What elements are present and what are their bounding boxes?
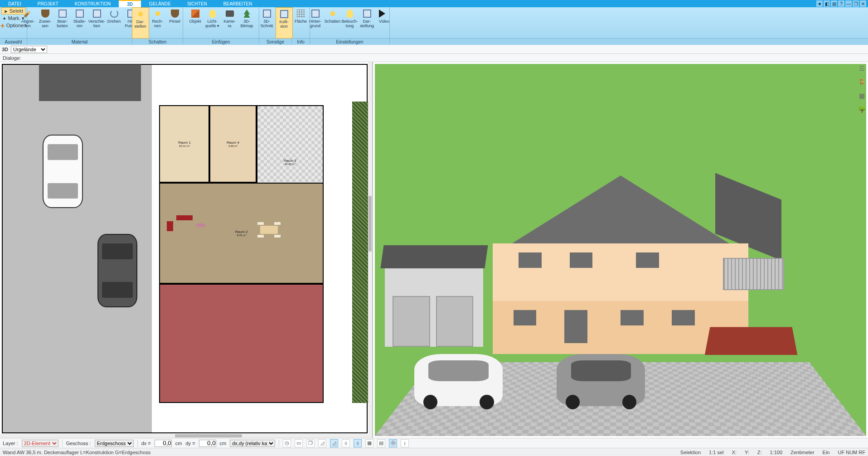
car-white-2d xyxy=(43,135,82,208)
darstellung-label: Dar- xyxy=(363,19,371,24)
sofa-icon xyxy=(176,215,193,220)
ribbon-btn-hintergrund[interactable]: Hinter-grund xyxy=(307,7,324,39)
status-snap: Ein xyxy=(823,450,830,455)
pinsel-label: Pinsel xyxy=(169,19,180,24)
room-2: Raum 2 8,45 m² xyxy=(159,183,323,284)
tool-snap4-icon[interactable]: ◊ xyxy=(354,439,362,447)
garage-2d xyxy=(39,64,141,101)
menu-tab-projekt[interactable]: PROJEKT xyxy=(29,0,67,7)
ribbon-btn-kamera[interactable]: Kame-ra xyxy=(221,7,238,39)
ribbon-btn-skalieren[interactable]: Skalie-ren xyxy=(71,7,88,39)
ribbon-btn-lichtquelle[interactable]: Licht-quelle ▾ xyxy=(204,7,221,39)
tool-snap1-icon[interactable]: ◿ xyxy=(318,439,326,447)
ribbon-btn-schatten[interactable]: Schatten xyxy=(324,7,341,39)
vertical-scrollbar[interactable] xyxy=(368,62,372,434)
chair-icon[interactable]: 🪑 xyxy=(857,78,866,87)
menu-tab-3d[interactable]: 3D xyxy=(119,0,141,7)
schatten-icon xyxy=(329,10,337,18)
tool-snap2-icon[interactable]: ◿ xyxy=(330,439,338,447)
ribbon-btn-rechnen[interactable]: Rech-nen xyxy=(149,7,166,39)
car-grey-2d xyxy=(97,234,137,307)
coord-mode-select[interactable]: dx,dy (relativ ka xyxy=(230,440,275,447)
kollision-icon xyxy=(280,10,288,18)
ribbon-btn-beleuchtung[interactable]: Beleuch-tung xyxy=(341,7,359,39)
ribbon-btn-video[interactable]: Video xyxy=(376,7,393,39)
help-file-icon[interactable]: ▤ xyxy=(831,0,837,7)
ribbon-btn-3d-bitmap[interactable]: 3D-Bitmap xyxy=(238,7,256,39)
skalieren-icon xyxy=(76,10,84,18)
kollision-label: Kolli- xyxy=(279,19,288,24)
ribbon-btn-drehen[interactable]: Drehen xyxy=(106,7,123,39)
window-restore-icon[interactable]: ❐ xyxy=(853,0,859,7)
dy-label: dy = xyxy=(185,441,195,446)
status-ratio: 1:1 sel xyxy=(709,450,723,455)
ribbon-btn-pinsel[interactable]: Pinsel xyxy=(166,7,184,39)
ribbon-group-label-sonstige: Sonstige xyxy=(259,39,292,45)
ribbon-btn-kollision[interactable]: Kolli-sion xyxy=(276,7,293,39)
layers-icon[interactable]: ☰ xyxy=(857,64,866,73)
schatten-label: Schatten xyxy=(325,19,341,24)
kamera-label: Kame- xyxy=(223,19,236,24)
layer-dropdown[interactable]: Urgelände xyxy=(11,46,47,53)
sofa2-icon xyxy=(167,221,173,231)
dialog-label: Dialoge: xyxy=(3,55,21,61)
ribbon-group-label-schatten: Schatten xyxy=(132,39,183,45)
status-bar: Wand AW 36,5 m. Deckenauflager L=Konstru… xyxy=(0,448,868,456)
ribbon-group-label-einfügen: Einfügen xyxy=(183,39,259,45)
dining-set-icon xyxy=(254,223,283,237)
window-minimize-icon[interactable]: — xyxy=(845,0,852,7)
pinsel-icon xyxy=(171,10,179,18)
menu-tab-gelände[interactable]: GELÄNDE xyxy=(141,0,179,7)
lichtquelle-label: Licht- xyxy=(207,19,217,24)
rug-icon xyxy=(196,223,205,228)
ribbon-btn-verschieben[interactable]: Verschie-ben xyxy=(88,7,106,39)
menu-tab-bearbeiten[interactable]: BEARBEITEN xyxy=(215,0,260,7)
ribbon-btn-3d-schnitt[interactable]: 3D-Schnitt xyxy=(258,7,276,39)
window-close-icon[interactable]: ✕ xyxy=(860,0,866,7)
terrace-3d xyxy=(705,327,797,354)
horizontal-scrollbar[interactable] xyxy=(0,434,372,438)
status-z: Z: xyxy=(757,450,762,455)
3d-viewport[interactable]: ☰ 🪑 ▦ 🌳 xyxy=(373,62,868,438)
tool-info-icon[interactable]: i xyxy=(401,439,409,447)
layer-select[interactable]: 2D-Element xyxy=(22,440,58,447)
ribbon-btn-zuweisen[interactable]: Zuwei-sen xyxy=(37,7,54,39)
abgreifen-label: Abgrei- xyxy=(21,19,34,24)
tool-screen-icon[interactable]: ▭ xyxy=(295,439,303,447)
tool-snap3-icon[interactable]: ◊ xyxy=(342,439,350,447)
tool-layers-icon[interactable]: ❒ xyxy=(306,439,315,447)
ribbon-btn-bearbeiten[interactable]: Bear-beiten xyxy=(54,7,71,39)
ribbon-btn-abgreifen[interactable]: Abgrei-fen xyxy=(19,7,37,39)
dy-unit: cm xyxy=(220,441,227,446)
video-label: Video xyxy=(379,19,389,24)
menu-tab-datei[interactable]: DATEI xyxy=(0,0,29,7)
layer-label: Layer : xyxy=(3,441,18,446)
abgreifen-icon xyxy=(24,10,32,18)
tool-clock-icon[interactable]: ◷ xyxy=(283,439,291,447)
palette-icon[interactable]: ▦ xyxy=(857,91,866,100)
ribbon-btn-darstellen[interactable]: Dar-stellen xyxy=(132,7,149,39)
room-1-area: 20,11 m² xyxy=(179,145,190,147)
dx-input[interactable] xyxy=(155,440,172,447)
ribbon-group-schatten: Dar-stellenRech-nenPinsel xyxy=(132,7,183,38)
help-star-icon[interactable]: ★ xyxy=(816,0,823,7)
mark-label: Mark. xyxy=(8,15,21,21)
ribbon-group-label-einstellungen: Einstellungen xyxy=(310,39,390,45)
view-mode-label: 3D xyxy=(2,47,8,52)
dy-input[interactable] xyxy=(199,440,216,447)
menu-tab-sichten[interactable]: SICHTEN xyxy=(179,0,215,7)
tool-grid2-icon[interactable]: ▤ xyxy=(377,439,385,447)
help-box-icon[interactable]: ◧ xyxy=(824,0,830,7)
darstellung-icon xyxy=(363,10,371,18)
ribbon-group-einfügen: ObjektLicht-quelle ▾Kame-ra3D-Bitmap xyxy=(183,7,259,38)
ribbon-btn-objekt[interactable]: Objekt xyxy=(187,7,204,39)
ribbon-btn-darstellung[interactable]: Dar-stellung xyxy=(359,7,376,39)
objekt-icon xyxy=(191,10,199,18)
tool-grid1-icon[interactable]: ▦ xyxy=(365,439,373,447)
geschoss-select[interactable]: Erdgeschoss xyxy=(95,440,134,447)
menu-tab-konstruktion[interactable]: KONSTRUKTION xyxy=(67,0,119,7)
floorplan-viewport[interactable]: Raum 1 20,11 m² Raum 4 2,69 m² Raum 3 25… xyxy=(0,62,373,438)
help-question-icon[interactable]: ? xyxy=(838,0,844,7)
tree-icon[interactable]: 🌳 xyxy=(857,105,866,114)
tool-north-icon[interactable]: Ⓝ xyxy=(389,439,397,447)
